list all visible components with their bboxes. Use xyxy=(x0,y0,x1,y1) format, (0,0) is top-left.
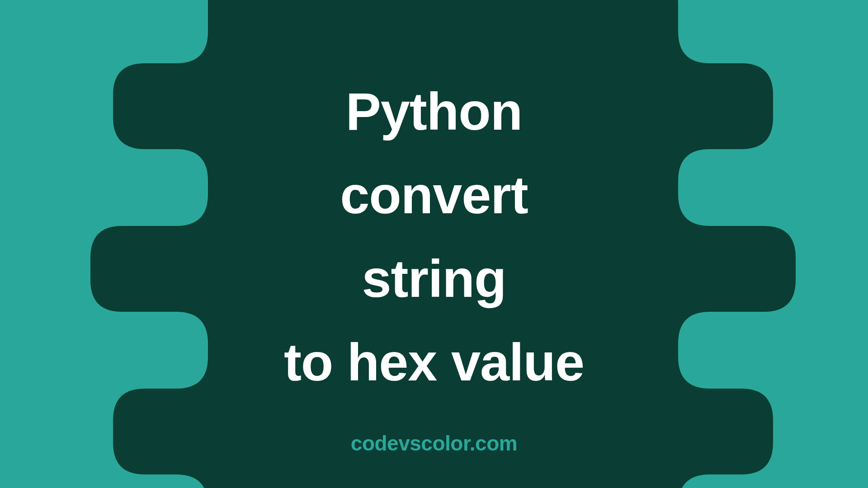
title-line-1: Python xyxy=(0,70,868,154)
title-block: Python convert string to hex value xyxy=(0,70,868,404)
title-line-3: string xyxy=(0,237,868,321)
title-line-2: convert xyxy=(0,154,868,237)
promo-card: Python convert string to hex value codev… xyxy=(0,0,868,488)
site-credit: codevscolor.com xyxy=(0,431,868,455)
title-line-4: to hex value xyxy=(0,321,868,404)
